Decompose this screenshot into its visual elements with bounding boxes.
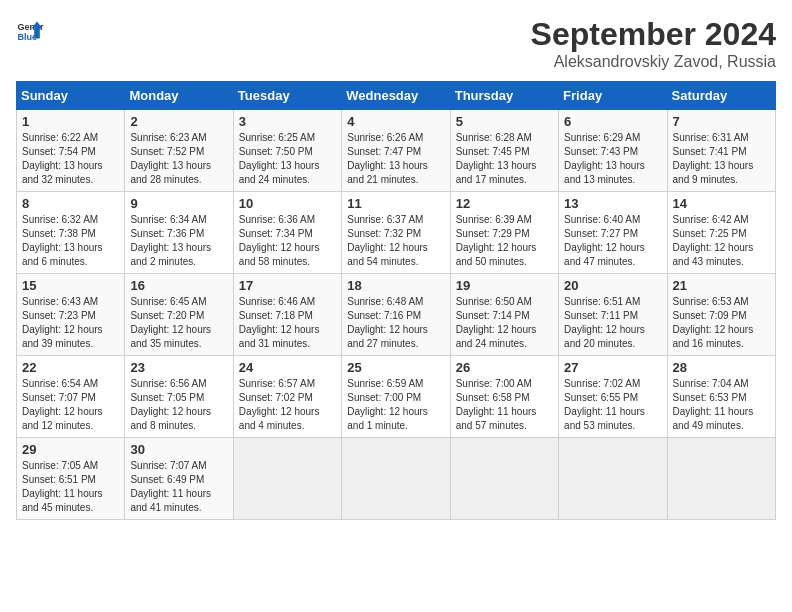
calendar-day: 21Sunrise: 6:53 AM Sunset: 7:09 PM Dayli… (667, 274, 775, 356)
calendar-day: 26Sunrise: 7:00 AM Sunset: 6:58 PM Dayli… (450, 356, 558, 438)
calendar-day: 23Sunrise: 6:56 AM Sunset: 7:05 PM Dayli… (125, 356, 233, 438)
calendar-day: 22Sunrise: 6:54 AM Sunset: 7:07 PM Dayli… (17, 356, 125, 438)
calendar-week-row: 29Sunrise: 7:05 AM Sunset: 6:51 PM Dayli… (17, 438, 776, 520)
calendar-day: 18Sunrise: 6:48 AM Sunset: 7:16 PM Dayli… (342, 274, 450, 356)
calendar-day: 6Sunrise: 6:29 AM Sunset: 7:43 PM Daylig… (559, 110, 667, 192)
calendar-day (342, 438, 450, 520)
header-wednesday: Wednesday (342, 82, 450, 110)
logo-icon: General Blue (16, 16, 44, 44)
calendar-day: 1Sunrise: 6:22 AM Sunset: 7:54 PM Daylig… (17, 110, 125, 192)
calendar-day: 7Sunrise: 6:31 AM Sunset: 7:41 PM Daylig… (667, 110, 775, 192)
logo: General Blue (16, 16, 44, 44)
calendar-day: 10Sunrise: 6:36 AM Sunset: 7:34 PM Dayli… (233, 192, 341, 274)
calendar-day: 8Sunrise: 6:32 AM Sunset: 7:38 PM Daylig… (17, 192, 125, 274)
calendar-day: 15Sunrise: 6:43 AM Sunset: 7:23 PM Dayli… (17, 274, 125, 356)
header-tuesday: Tuesday (233, 82, 341, 110)
calendar-day: 27Sunrise: 7:02 AM Sunset: 6:55 PM Dayli… (559, 356, 667, 438)
header-friday: Friday (559, 82, 667, 110)
header-saturday: Saturday (667, 82, 775, 110)
calendar-week-row: 8Sunrise: 6:32 AM Sunset: 7:38 PM Daylig… (17, 192, 776, 274)
calendar-day: 16Sunrise: 6:45 AM Sunset: 7:20 PM Dayli… (125, 274, 233, 356)
header-monday: Monday (125, 82, 233, 110)
calendar-day: 19Sunrise: 6:50 AM Sunset: 7:14 PM Dayli… (450, 274, 558, 356)
calendar-day: 4Sunrise: 6:26 AM Sunset: 7:47 PM Daylig… (342, 110, 450, 192)
calendar-day: 12Sunrise: 6:39 AM Sunset: 7:29 PM Dayli… (450, 192, 558, 274)
calendar-day: 14Sunrise: 6:42 AM Sunset: 7:25 PM Dayli… (667, 192, 775, 274)
title-area: September 2024 Aleksandrovskiy Zavod, Ru… (531, 16, 776, 71)
calendar-week-row: 22Sunrise: 6:54 AM Sunset: 7:07 PM Dayli… (17, 356, 776, 438)
header-thursday: Thursday (450, 82, 558, 110)
calendar-header-row: SundayMondayTuesdayWednesdayThursdayFrid… (17, 82, 776, 110)
month-year-title: September 2024 (531, 16, 776, 53)
calendar-day: 30Sunrise: 7:07 AM Sunset: 6:49 PM Dayli… (125, 438, 233, 520)
header: General Blue September 2024 Aleksandrovs… (16, 16, 776, 71)
calendar-day: 2Sunrise: 6:23 AM Sunset: 7:52 PM Daylig… (125, 110, 233, 192)
location-subtitle: Aleksandrovskiy Zavod, Russia (531, 53, 776, 71)
calendar-week-row: 15Sunrise: 6:43 AM Sunset: 7:23 PM Dayli… (17, 274, 776, 356)
calendar-day: 17Sunrise: 6:46 AM Sunset: 7:18 PM Dayli… (233, 274, 341, 356)
calendar-day: 11Sunrise: 6:37 AM Sunset: 7:32 PM Dayli… (342, 192, 450, 274)
calendar-day: 13Sunrise: 6:40 AM Sunset: 7:27 PM Dayli… (559, 192, 667, 274)
calendar-day (667, 438, 775, 520)
calendar-day: 5Sunrise: 6:28 AM Sunset: 7:45 PM Daylig… (450, 110, 558, 192)
calendar-day (450, 438, 558, 520)
header-sunday: Sunday (17, 82, 125, 110)
calendar-day (233, 438, 341, 520)
calendar-day: 24Sunrise: 6:57 AM Sunset: 7:02 PM Dayli… (233, 356, 341, 438)
calendar-day: 20Sunrise: 6:51 AM Sunset: 7:11 PM Dayli… (559, 274, 667, 356)
calendar-week-row: 1Sunrise: 6:22 AM Sunset: 7:54 PM Daylig… (17, 110, 776, 192)
calendar-day (559, 438, 667, 520)
calendar-day: 9Sunrise: 6:34 AM Sunset: 7:36 PM Daylig… (125, 192, 233, 274)
calendar-day: 28Sunrise: 7:04 AM Sunset: 6:53 PM Dayli… (667, 356, 775, 438)
calendar-day: 3Sunrise: 6:25 AM Sunset: 7:50 PM Daylig… (233, 110, 341, 192)
svg-text:Blue: Blue (17, 32, 37, 42)
calendar-day: 29Sunrise: 7:05 AM Sunset: 6:51 PM Dayli… (17, 438, 125, 520)
calendar-day: 25Sunrise: 6:59 AM Sunset: 7:00 PM Dayli… (342, 356, 450, 438)
calendar-table: SundayMondayTuesdayWednesdayThursdayFrid… (16, 81, 776, 520)
